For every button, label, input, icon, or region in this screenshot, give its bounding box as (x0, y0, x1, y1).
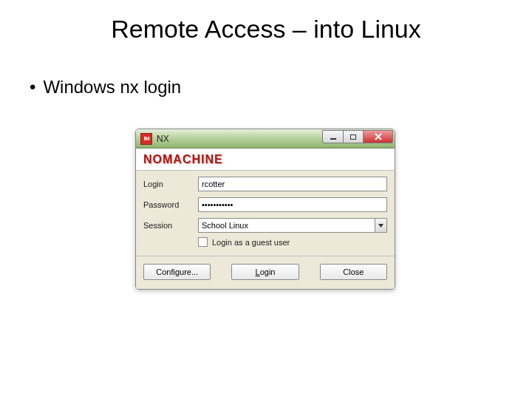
slide-title: Remote Access – into Linux (0, 15, 532, 44)
configure-button[interactable]: Configure... (143, 264, 211, 280)
chevron-down-icon (378, 224, 383, 228)
password-input[interactable] (198, 197, 387, 212)
window-title: NX (157, 134, 169, 144)
login-row: Login (143, 177, 387, 191)
bullet-line: •Windows nx login (30, 77, 181, 98)
login-form: Login Password Session School Linux Logi… (136, 171, 395, 256)
password-row: Password (143, 197, 387, 212)
minimize-button[interactable] (322, 130, 343, 143)
maximize-icon (350, 134, 356, 140)
window-client-area: NOMACHINE Login Password Session School … (136, 149, 395, 289)
session-label: Session (143, 221, 198, 230)
login-input[interactable] (198, 177, 387, 191)
guest-checkbox-label: Login as a guest user (212, 238, 290, 247)
window-titlebar[interactable]: !M NX (136, 129, 395, 149)
svg-marker-2 (378, 224, 383, 228)
brand-logo: NOMACHINE (143, 153, 223, 166)
guest-checkbox-row: Login as a guest user (143, 237, 387, 247)
bullet-dot: • (30, 77, 35, 97)
login-button[interactable]: Login (231, 264, 299, 280)
session-select[interactable]: School Linux (198, 218, 387, 233)
login-label: Login (143, 180, 198, 188)
session-row: Session School Linux (143, 218, 387, 233)
maximize-button[interactable] (343, 130, 364, 143)
brand-bar: NOMACHINE (136, 149, 395, 171)
window-controls (322, 130, 393, 143)
app-icon: !M (140, 133, 152, 145)
session-dropdown-button[interactable] (375, 219, 386, 232)
minimize-icon (330, 138, 336, 140)
close-icon (375, 133, 382, 140)
password-label: Password (143, 200, 198, 209)
nx-login-window: !M NX NOMACHINE Login Password Session (135, 129, 395, 290)
session-selected-value: School Linux (199, 221, 375, 230)
close-window-button[interactable] (364, 130, 393, 143)
close-button[interactable]: Close (320, 264, 387, 280)
bullet-text: Windows nx login (43, 77, 181, 97)
guest-checkbox[interactable] (198, 237, 208, 247)
button-group: Configure... Login Close (136, 256, 395, 289)
